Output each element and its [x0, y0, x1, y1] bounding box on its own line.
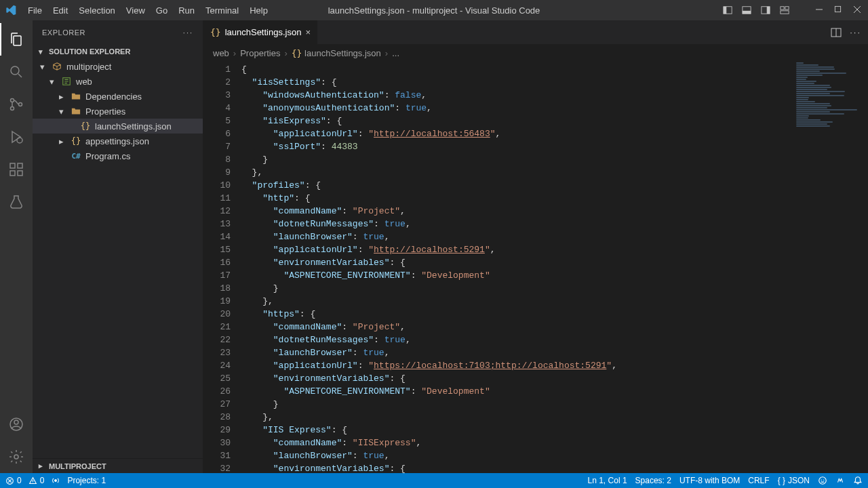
layout-panel-icon[interactable] — [742, 5, 751, 15]
menu-file[interactable]: File — [23, 4, 47, 17]
file-tree: ▾multiproject▾web▸Dependencies▾Propertie… — [33, 59, 203, 458]
status-warnings[interactable]: 0 — [28, 476, 45, 485]
svg-rect-16 — [10, 171, 15, 176]
svg-rect-3 — [743, 11, 751, 14]
folder-icon — [71, 92, 81, 101]
breadcrumbs[interactable]: web›Properties›{} launchSettings.json›..… — [203, 44, 868, 62]
status-language[interactable]: { } JSON — [778, 476, 810, 485]
status-spaces[interactable]: Spaces: 2 — [635, 476, 671, 485]
breadcrumb-item[interactable]: Properties — [240, 48, 280, 58]
code-editor[interactable]: { "iisSettings": { "windowsAuthenticatio… — [241, 62, 793, 473]
svg-rect-15 — [10, 163, 15, 168]
tree-item[interactable]: ▸Dependencies — [33, 89, 203, 104]
svg-rect-1 — [724, 7, 726, 14]
svg-point-12 — [11, 107, 14, 110]
menu-go[interactable]: Go — [151, 4, 172, 17]
svg-point-14 — [17, 138, 22, 143]
activity-explorer[interactable] — [0, 23, 33, 56]
breadcrumb-item[interactable]: {} launchSettings.json — [292, 48, 381, 58]
status-encoding[interactable]: UTF-8 with BOM — [679, 476, 740, 485]
svg-point-25 — [55, 480, 57, 482]
tree-item-label: web — [76, 77, 92, 87]
svg-rect-9 — [835, 6, 840, 12]
section-footer-label: MULTIPROJECT — [49, 462, 106, 470]
section-label: SOLUTION EXPLORER — [49, 47, 130, 56]
svg-rect-8 — [781, 11, 789, 14]
csproj-icon — [61, 77, 72, 86]
window-title: launchSettings.json - multiproject - Vis… — [328, 5, 540, 16]
activity-run-debug[interactable] — [0, 121, 33, 153]
status-projects[interactable]: Projects: 1 — [67, 476, 106, 485]
tree-item[interactable]: C#Program.cs — [33, 148, 203, 163]
tree-item[interactable]: ▾web — [33, 74, 203, 89]
editor-more-icon[interactable]: ··· — [850, 27, 861, 37]
status-errors[interactable]: 0 — [5, 476, 22, 485]
layout-sidebar-left-icon[interactable] — [723, 5, 732, 15]
close-icon[interactable]: × — [305, 27, 311, 37]
breadcrumb-item[interactable]: ... — [392, 48, 399, 58]
status-bell-icon[interactable] — [853, 476, 863, 485]
tree-item-label: appsettings.json — [85, 136, 149, 146]
svg-rect-6 — [781, 7, 784, 9]
activity-search[interactable] — [0, 56, 33, 88]
svg-point-28 — [823, 479, 824, 480]
twistie-icon: ▾ — [46, 77, 57, 87]
split-editor-icon[interactable] — [831, 27, 842, 38]
menu-edit[interactable]: Edit — [48, 4, 73, 17]
tree-item[interactable]: ▾multiproject — [33, 59, 203, 74]
menu-selection[interactable]: Selection — [74, 4, 119, 17]
twistie-icon: ▾ — [37, 62, 47, 72]
menubar: FileEditSelectionViewGoRunTerminalHelp l… — [0, 0, 868, 20]
layout-sidebar-right-icon[interactable] — [761, 5, 770, 15]
menu-run[interactable]: Run — [174, 4, 199, 17]
status-bar: 0 0 Projects: 1 Ln 1, Col 1 Spaces: 2 UT… — [0, 473, 868, 488]
activity-source-control[interactable] — [0, 88, 33, 121]
cs-icon: C# — [71, 152, 81, 161]
window-close-icon[interactable] — [853, 5, 863, 15]
section-multiproject[interactable]: ▸ MULTIPROJECT — [33, 458, 203, 473]
menu-terminal[interactable]: Terminal — [201, 4, 243, 17]
svg-point-11 — [11, 99, 14, 102]
package-icon — [52, 62, 62, 71]
status-feedback-icon[interactable] — [818, 476, 827, 485]
twistie-icon: ▸ — [56, 92, 66, 102]
chevron-right-icon: › — [284, 48, 287, 58]
minimap[interactable] — [793, 62, 868, 473]
tree-item-label: Dependencies — [85, 92, 142, 102]
status-eol[interactable]: CRLF — [748, 476, 769, 485]
tree-item-label: Properties — [85, 106, 125, 117]
activity-extensions[interactable] — [0, 153, 33, 186]
tree-item[interactable]: ▸{}appsettings.json — [33, 134, 203, 148]
status-prettier-icon[interactable] — [835, 476, 845, 485]
tree-item-label: launchSettings.json — [95, 121, 172, 131]
window-maximize-icon[interactable] — [834, 5, 844, 15]
svg-point-13 — [19, 103, 22, 106]
svg-point-20 — [14, 420, 18, 424]
breadcrumb-item[interactable]: web — [213, 48, 229, 58]
chevron-right-icon: › — [385, 48, 388, 58]
menu-help[interactable]: Help — [245, 4, 273, 17]
activity-settings[interactable] — [0, 441, 33, 473]
layout-customize-icon[interactable] — [780, 5, 789, 15]
json-icon: {} — [71, 136, 81, 146]
status-cursor[interactable]: Ln 1, Col 1 — [588, 476, 627, 485]
sidebar-more-icon[interactable]: ··· — [183, 28, 193, 37]
twistie-icon: ▾ — [56, 106, 66, 117]
menu-view[interactable]: View — [121, 4, 150, 17]
tree-item[interactable]: ▾Properties — [33, 104, 203, 119]
json-icon: {} — [210, 27, 221, 37]
activity-accounts[interactable] — [0, 408, 33, 441]
tree-item-label: multiproject — [66, 62, 111, 72]
svg-rect-7 — [785, 7, 789, 9]
svg-point-27 — [821, 479, 822, 480]
editor-group: {}launchSettings.json× ··· web›Propertie… — [203, 20, 868, 473]
svg-rect-18 — [18, 163, 22, 168]
chevron-right-icon: ▸ — [35, 462, 46, 470]
activity-testing[interactable] — [0, 186, 33, 218]
status-broadcast-icon[interactable] — [51, 476, 60, 485]
section-solution-explorer[interactable]: ▾ SOLUTION EXPLORER — [33, 44, 203, 59]
tree-item[interactable]: {}launchSettings.json — [33, 119, 203, 134]
tab[interactable]: {}launchSettings.json× — [203, 20, 318, 44]
tree-item-label: Program.cs — [85, 151, 130, 161]
window-minimize-icon[interactable] — [815, 5, 825, 15]
